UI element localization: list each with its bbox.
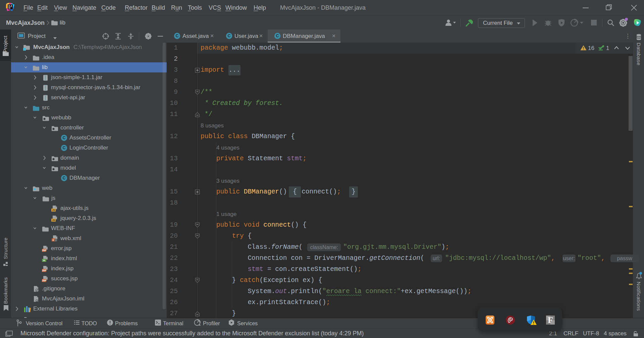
svg-text:C: C bbox=[175, 34, 178, 38]
svg-text:C: C bbox=[62, 135, 65, 140]
svg-text:C: C bbox=[276, 34, 279, 38]
svg-text:JS: JS bbox=[52, 219, 55, 222]
svg-text:C: C bbox=[227, 34, 230, 38]
svg-text:H: H bbox=[43, 259, 45, 262]
svg-text:JSP: JSP bbox=[42, 279, 47, 282]
svg-text:JSP: JSP bbox=[42, 269, 47, 272]
svg-text:C: C bbox=[62, 176, 65, 180]
svg-text:C: C bbox=[62, 146, 65, 150]
svg-text:<: < bbox=[52, 239, 54, 242]
svg-text:JSP: JSP bbox=[42, 249, 47, 252]
svg-text:JS: JS bbox=[52, 209, 55, 212]
